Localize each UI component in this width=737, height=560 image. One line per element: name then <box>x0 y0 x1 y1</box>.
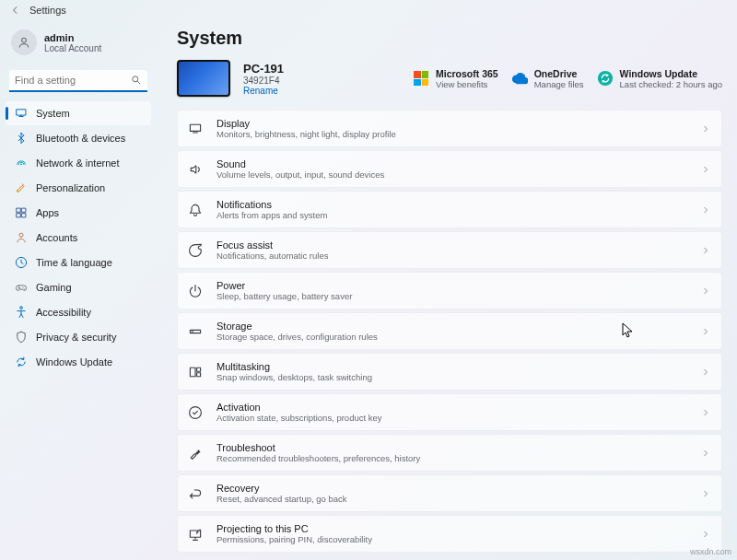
row-sub: Monitors, brightness, night light, displ… <box>216 129 688 139</box>
troubleshoot-icon <box>188 446 203 461</box>
power-icon <box>188 284 203 298</box>
row-title: Focus assist <box>216 239 688 251</box>
row-sub: Notifications, automatic rules <box>216 251 688 261</box>
row-sub: Sleep, battery usage, battery saver <box>216 291 688 301</box>
gaming-icon <box>15 281 28 294</box>
avatar <box>11 29 37 55</box>
nav-item-time[interactable]: Time & language <box>6 251 151 274</box>
svg-point-1 <box>133 76 138 82</box>
row-sub: Snap windows, desktops, task switching <box>216 372 688 382</box>
hero-title: Windows Update <box>620 68 722 79</box>
nav-item-network[interactable]: Network & internet <box>6 151 151 175</box>
chevron-right-icon <box>701 327 710 336</box>
nav-label: Personalization <box>36 182 105 193</box>
rename-link[interactable]: Rename <box>243 86 284 96</box>
bluetooth-icon <box>15 132 28 145</box>
row-multitasking[interactable]: Multitasking Snap windows, desktops, tas… <box>177 353 722 391</box>
nav-item-gaming[interactable]: Gaming <box>6 275 151 299</box>
hero-winupdate[interactable]: Windows Update Last checked: 2 hours ago <box>597 68 722 89</box>
hero-sub: Last checked: 2 hours ago <box>620 79 722 89</box>
row-notifications[interactable]: Notifications Alerts from apps and syste… <box>177 191 722 228</box>
chevron-right-icon <box>701 408 710 417</box>
nav-item-update[interactable]: Windows Update <box>6 350 151 374</box>
device-model: 34921F4 <box>243 76 284 86</box>
time-icon <box>15 256 28 269</box>
main: System PC-191 34921F4 Rename Microsoft 3… <box>157 20 737 560</box>
nav-item-privacy[interactable]: Privacy & security <box>6 325 151 349</box>
row-display[interactable]: Display Monitors, brightness, night ligh… <box>177 110 722 147</box>
hero-title: Microsoft 365 <box>436 68 498 79</box>
row-power[interactable]: Power Sleep, battery usage, battery save… <box>177 272 722 309</box>
update-icon <box>15 356 28 368</box>
chevron-right-icon <box>701 205 710 215</box>
hero-sub: View benefits <box>436 79 498 89</box>
row-title: Display <box>216 118 688 129</box>
storage-icon <box>188 324 203 339</box>
device-image <box>177 60 230 97</box>
nav-item-bluetooth[interactable]: Bluetooth & devices <box>6 126 151 150</box>
row-title: Notifications <box>216 199 688 210</box>
nav-item-accessibility[interactable]: Accessibility <box>6 300 151 324</box>
chevron-right-icon <box>701 124 710 134</box>
hero: PC-191 34921F4 Rename Microsoft 365 View… <box>177 60 722 97</box>
nav-item-system[interactable]: System <box>6 101 151 125</box>
person-icon <box>17 35 31 50</box>
accounts-icon <box>15 231 28 244</box>
row-title: Sound <box>216 158 688 169</box>
nav-label: System <box>36 108 70 119</box>
user-block[interactable]: admin Local Account <box>6 24 151 66</box>
row-activation[interactable]: Activation Activation state, subscriptio… <box>177 393 722 431</box>
winupdate-icon <box>597 70 614 87</box>
row-title: Power <box>216 280 688 291</box>
row-recovery[interactable]: Recovery Reset, advanced startup, go bac… <box>177 474 722 512</box>
back-button[interactable] <box>9 4 22 17</box>
apps-icon <box>15 206 28 219</box>
row-sub: Volume levels, output, input, sound devi… <box>216 169 688 180</box>
row-sound[interactable]: Sound Volume levels, output, input, soun… <box>177 150 722 188</box>
row-sub: Storage space, drives, configuration rul… <box>216 332 688 342</box>
notifications-icon <box>188 203 203 217</box>
sidebar: admin Local Account SystemBluetooth & de… <box>0 20 157 560</box>
hero-ms365[interactable]: Microsoft 365 View benefits <box>413 68 498 89</box>
svg-point-0 <box>22 38 27 42</box>
hero-title: OneDrive <box>534 68 584 79</box>
chevron-right-icon <box>701 286 710 296</box>
search-icon <box>131 75 142 86</box>
chevron-right-icon <box>701 368 710 377</box>
row-sub: Recommended troubleshooters, preferences… <box>216 453 688 463</box>
ms365-icon <box>413 70 429 87</box>
focus-icon <box>188 243 203 258</box>
personalization-icon <box>15 181 28 194</box>
user-name: admin <box>44 32 101 43</box>
nav-label: Windows Update <box>36 356 112 368</box>
svg-point-2 <box>597 71 612 86</box>
search-input[interactable] <box>9 70 147 92</box>
row-sub: Reset, advanced startup, go back <box>216 494 688 504</box>
row-troubleshoot[interactable]: Troubleshoot Recommended troubleshooters… <box>177 434 722 472</box>
nav-label: Time & language <box>36 257 112 268</box>
hero-sub: Manage files <box>534 79 584 89</box>
privacy-icon <box>15 331 28 344</box>
accessibility-icon <box>15 306 28 319</box>
row-projecting[interactable]: Projecting to this PC Permissions, pairi… <box>177 515 722 553</box>
display-icon <box>188 122 203 136</box>
row-sub: Alerts from apps and system <box>216 210 688 220</box>
titlebar: Settings <box>0 0 737 20</box>
sound-icon <box>188 162 203 177</box>
nav-item-personalization[interactable]: Personalization <box>6 176 151 200</box>
chevron-right-icon <box>701 530 710 539</box>
row-title: Recovery <box>216 483 688 494</box>
row-sub: Permissions, pairing PIN, discoverabilit… <box>216 534 688 544</box>
nav-item-apps[interactable]: Apps <box>6 201 151 225</box>
chevron-right-icon <box>701 246 710 255</box>
user-sub: Local Account <box>44 43 101 53</box>
nav-item-accounts[interactable]: Accounts <box>6 226 151 250</box>
row-focus[interactable]: Focus assist Notifications, automatic ru… <box>177 231 722 269</box>
nav-label: Accounts <box>36 232 77 243</box>
hero-onedrive[interactable]: OneDrive Manage files <box>511 68 584 89</box>
row-title: Projecting to this PC <box>216 523 688 534</box>
device-name: PC-191 <box>243 62 284 76</box>
row-title: Storage <box>216 321 688 332</box>
row-storage[interactable]: Storage Storage space, drives, configura… <box>177 312 722 350</box>
nav-label: Bluetooth & devices <box>36 133 125 144</box>
